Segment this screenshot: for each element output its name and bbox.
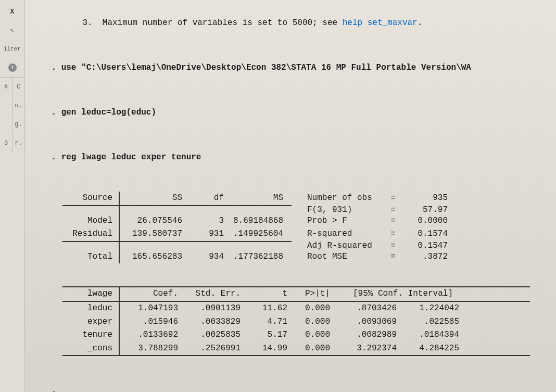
anova-total-ms: .177362188: [229, 250, 292, 264]
sidebar-blank-3: [0, 115, 12, 134]
coef-table: lwage Coef. Std. Err. t P>|t| [95% Conf.…: [62, 286, 550, 356]
coef-tenure-t: 5.17: [245, 328, 292, 342]
sidebar-blank-2: [0, 96, 12, 115]
coef-leduc-p: 0.000: [292, 302, 338, 315]
stats-rmse-eq: =: [385, 250, 401, 264]
results-window[interactable]: 3. Maximum number of variables is set to…: [25, 0, 556, 392]
anova-residual-row: Residual 139.580737 931 .149925604 R-squ…: [62, 227, 550, 241]
cmd-gen-text: gen leduc=log(educ): [61, 108, 156, 117]
coef-leduc-se: .0901139: [182, 302, 245, 315]
coef-row-leduc: leduc 1.047193 .0901139 11.62 0.000 .870…: [62, 302, 550, 315]
backslash-icon: ↖: [10, 26, 15, 34]
coef-tenure-cil: .0082989: [338, 328, 401, 342]
coef-h-se: Std. Err.: [182, 287, 245, 301]
anova-residual-label: Residual: [62, 227, 120, 241]
coef-hline-bot: [62, 355, 550, 356]
coef-tenure-coef: .0133692: [120, 328, 182, 342]
anova-h-ms: MS: [229, 192, 292, 205]
stats-f: F(3, 931)=57.97: [292, 205, 448, 214]
anova-total-ss: 165.656283: [120, 250, 187, 264]
stats-probf-label: Prob > F: [307, 214, 385, 228]
stats-r2-val: 0.1574: [401, 227, 448, 241]
stats-ar2-label: Adj R-squared: [307, 241, 385, 250]
anova-h-ss: SS: [120, 192, 187, 205]
sidebar-c: C: [12, 78, 24, 96]
coef-leduc-var: leduc: [62, 302, 120, 315]
anova-residual-ss: 139.580737: [120, 227, 187, 241]
coef-cons-se: .2526991: [182, 342, 245, 356]
cmd-reg-text: reg lwage leduc exper tenure: [61, 153, 201, 162]
coef-leduc-t: 11.62: [245, 302, 292, 315]
coef-tenure-se: .0025835: [182, 328, 245, 342]
stats-f-eq: =: [385, 205, 401, 214]
note-text: Maximum number of variables is set to 50…: [103, 18, 343, 28]
stats-ar2: Adj R-squared=0.1547: [292, 241, 448, 250]
note-dot: .: [418, 18, 423, 28]
cmd-reg: . reg lwage leduc exper tenure: [31, 138, 550, 176]
anova-residual-ms: .149925604: [229, 227, 292, 241]
close-button[interactable]: X: [0, 2, 24, 21]
note-num: 3.: [82, 18, 92, 28]
coef-row-tenure: tenure .0133692 .0025835 5.17 0.000 .008…: [62, 328, 550, 342]
help-link[interactable]: help set_maxvar: [343, 18, 418, 28]
stats-nobs: Number of obs=935: [292, 192, 448, 205]
anova-residual-df: 931: [187, 227, 229, 241]
coef-cons-coef: 3.788299: [120, 342, 182, 356]
info-icon: !: [8, 64, 17, 72]
stats-r2-label: R-squared: [307, 227, 385, 241]
coef-exper-t: 4.71: [245, 315, 292, 329]
coef-leduc-ciu: 1.224042: [401, 302, 463, 315]
coef-leduc-coef: 1.047193: [120, 302, 182, 315]
info-button[interactable]: !: [0, 58, 24, 77]
anova-total-df: 934: [187, 250, 229, 264]
coef-tenure-p: 0.000: [292, 328, 338, 342]
anova-model-ss: 26.075546: [120, 214, 187, 228]
coef-h-dep: lwage: [62, 287, 120, 301]
stats-ar2-eq: =: [385, 241, 401, 250]
coef-tenure-ciu: .0184394: [401, 328, 463, 342]
sidebar-columns: # 3 C u. g. r.: [0, 77, 24, 153]
stats-f-val: 57.97: [401, 205, 448, 214]
close-icon: X: [10, 8, 15, 16]
cmd-use-text: use "C:\Users\lemaj\OneDrive\Desktop\Eco…: [61, 63, 471, 72]
sidebar-r: r.: [12, 134, 24, 153]
coef-tenure-var: tenure: [62, 328, 120, 342]
anova-model-label: Model: [62, 214, 120, 228]
coef-row-cons: _cons 3.788299 .2526991 14.99 0.000 3.29…: [62, 342, 550, 356]
anova-header-row: Source SS df MS Number of obs=935: [62, 192, 550, 205]
sidebar-u: u.: [12, 96, 24, 115]
stats-probf-val: 0.0000: [401, 214, 448, 228]
cmd-prompt[interactable]: .: [31, 372, 550, 392]
filter-label: ilter: [0, 40, 24, 58]
stats-nobs-label: Number of obs: [307, 192, 385, 205]
anova-hline-2: Adj R-squared=0.1547: [62, 241, 550, 250]
coef-exper-coef: .015946: [120, 315, 182, 329]
stats-nobs-val: 935: [401, 192, 448, 205]
coef-cons-var: _cons: [62, 342, 120, 356]
coef-exper-p: 0.000: [292, 315, 338, 329]
stats-probf: Prob > F=0.0000: [292, 214, 448, 228]
sidebar-g: g.: [12, 115, 24, 134]
coef-row-exper: exper .015946 .0033829 4.71 0.000 .00930…: [62, 315, 550, 329]
stats-f-label: F(3, 931): [307, 205, 385, 214]
stats-r2-eq: =: [385, 227, 401, 241]
coef-h-p: P>|t|: [292, 287, 338, 301]
anova-model-row: Model 26.075546 3 8.69184868 Prob > F=0.…: [62, 214, 550, 228]
anova-table: Source SS df MS Number of obs=935 F(3, 9…: [62, 192, 550, 263]
note-maxvar: 3. Maximum number of variables is set to…: [31, 4, 550, 42]
stats-r2: R-squared=0.1574: [292, 227, 448, 241]
stats-ar2-val: 0.1547: [401, 241, 448, 250]
cmd-use: . use "C:\Users\lemaj\OneDrive\Desktop\E…: [31, 49, 550, 86]
anova-total-row: Total 165.656283 934 .177362188 Root MSE…: [62, 250, 550, 264]
coef-h-ci: [95% Conf. Interval]: [338, 287, 467, 301]
cmd-gen: . gen leduc=log(educ): [31, 94, 550, 131]
sidebar-blank-1: ↖: [0, 21, 24, 40]
coef-leduc-cil: .8703426: [338, 302, 401, 315]
coef-cons-cil: 3.292374: [338, 342, 401, 356]
coef-h-coef: Coef.: [120, 287, 182, 301]
stats-rmse: Root MSE=.3872: [292, 250, 448, 264]
coef-cons-p: 0.000: [292, 342, 338, 356]
coef-exper-ciu: .022585: [401, 315, 463, 329]
stats-rmse-val: .3872: [401, 250, 448, 264]
stats-nobs-eq: =: [385, 192, 401, 205]
